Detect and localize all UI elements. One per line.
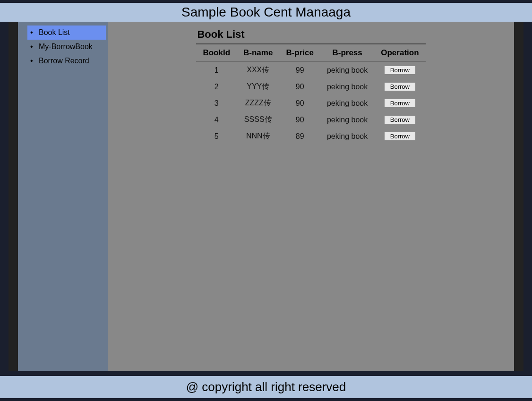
cell-operation: Borrow — [374, 62, 425, 79]
book-table: Book List BookId B-name B-price B-press … — [196, 26, 425, 145]
sidebar: Book List My-BorrowBook Borrow Record — [18, 22, 108, 371]
sidebar-item-my-borrowbook[interactable]: My-BorrowBook — [27, 40, 106, 54]
cell-bprice: 90 — [279, 111, 320, 128]
sidebar-item-label: Book List — [39, 28, 70, 36]
cell-bname: YYY传 — [237, 78, 279, 95]
table-body: 1 XXX传 99 peking book Borrow 2 YYY传 90 p… — [196, 62, 425, 145]
cell-bpress: peking book — [320, 95, 374, 111]
main-content: Book List BookId B-name B-price B-press … — [108, 22, 514, 371]
cell-bookid: 4 — [196, 111, 237, 128]
borrow-button[interactable]: Borrow — [384, 82, 416, 91]
cell-bpress: peking book — [320, 128, 374, 145]
cell-bprice: 99 — [279, 62, 320, 79]
cell-bpress: peking book — [320, 62, 374, 79]
borrow-button[interactable]: Borrow — [384, 66, 416, 75]
table-header-row: BookId B-name B-price B-press Operation — [196, 44, 425, 62]
app-header: Sample Book Cent Manaaga — [0, 3, 532, 22]
cell-bname: XXX传 — [237, 62, 279, 79]
cell-bprice: 89 — [279, 128, 320, 145]
borrow-button[interactable]: Borrow — [384, 115, 416, 124]
cell-operation: Borrow — [374, 128, 425, 145]
cell-bname: NNN传 — [237, 128, 279, 145]
col-header-bprice: B-price — [279, 44, 320, 62]
borrow-button[interactable]: Borrow — [384, 99, 416, 108]
table-row: 4 SSSS传 90 peking book Borrow — [196, 111, 425, 128]
table-row: 2 YYY传 90 peking book Borrow — [196, 78, 425, 95]
col-header-bpress: B-press — [320, 44, 374, 62]
sidebar-item-label: My-BorrowBook — [39, 43, 93, 51]
cell-operation: Borrow — [374, 111, 425, 128]
sidebar-item-borrow-record[interactable]: Borrow Record — [27, 54, 106, 68]
col-header-bname: B-name — [237, 44, 279, 62]
sidebar-item-label: Borrow Record — [39, 57, 89, 65]
cell-bpress: peking book — [320, 78, 374, 95]
table-row: 3 ZZZZ传 90 peking book Borrow — [196, 95, 425, 111]
footer-text: @ copyright all right reserved — [186, 380, 346, 394]
col-header-bookid: BookId — [196, 44, 237, 62]
main-container: Book List My-BorrowBook Borrow Record Bo… — [9, 22, 523, 371]
sidebar-list: Book List My-BorrowBook Borrow Record — [18, 26, 108, 68]
sidebar-item-book-list[interactable]: Book List — [27, 26, 106, 40]
cell-bname: ZZZZ传 — [237, 95, 279, 111]
col-header-operation: Operation — [374, 44, 425, 62]
table-row: 5 NNN传 89 peking book Borrow — [196, 128, 425, 145]
cell-bookid: 1 — [196, 62, 237, 79]
table-row: 1 XXX传 99 peking book Borrow — [196, 62, 425, 79]
table-caption: Book List — [196, 26, 425, 44]
cell-operation: Borrow — [374, 78, 425, 95]
cell-operation: Borrow — [374, 95, 425, 111]
cell-bprice: 90 — [279, 78, 320, 95]
app-title: Sample Book Cent Manaaga — [181, 5, 351, 19]
cell-bprice: 90 — [279, 95, 320, 111]
borrow-button[interactable]: Borrow — [384, 132, 416, 141]
cell-bookid: 3 — [196, 95, 237, 111]
app-footer: @ copyright all right reserved — [0, 376, 532, 398]
cell-bpress: peking book — [320, 111, 374, 128]
cell-bookid: 5 — [196, 128, 237, 145]
cell-bname: SSSS传 — [237, 111, 279, 128]
cell-bookid: 2 — [196, 78, 237, 95]
